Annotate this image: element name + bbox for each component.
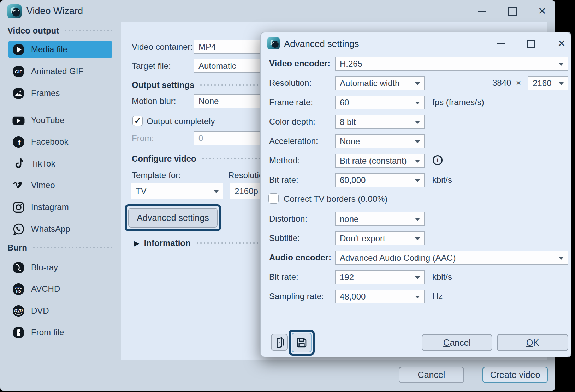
dialog-ok-button[interactable]: OK <box>497 334 568 351</box>
from-label: From: <box>132 133 154 143</box>
distortion-dropdown[interactable]: none <box>335 212 425 226</box>
sidebar-item-avchd[interactable]: AVC HD AVCHD <box>8 280 112 298</box>
dialog-minimize-button[interactable] <box>492 32 509 55</box>
resolution-width-value: 3840 <box>492 78 511 88</box>
video-container-dropdown[interactable]: MP4 <box>194 40 270 54</box>
close-icon: ✕ <box>538 6 546 16</box>
tiktok-icon <box>12 157 25 170</box>
sidebar-item-bluray[interactable]: Blu-ray <box>8 259 112 276</box>
resolution-height-dropdown[interactable]: 2160 <box>528 76 568 90</box>
sidebar-item-label: Blu-ray <box>31 263 58 272</box>
template-for-dropdown[interactable]: TV <box>131 183 223 199</box>
save-floppy-icon <box>296 337 308 349</box>
desktop: Video Wizard ✕ Video output Media file G… <box>0 0 575 392</box>
sidebar-item-label: Animated GIF <box>31 66 83 76</box>
chevron-down-icon <box>415 296 420 298</box>
sampling-rate-dropdown[interactable]: 48,000 <box>335 290 425 303</box>
sidebar-item-frames[interactable]: Frames <box>8 84 112 102</box>
correct-tv-borders-checkbox[interactable] <box>268 193 279 204</box>
close-button[interactable]: ✕ <box>534 0 551 22</box>
sidebar-item-label: Frames <box>31 88 60 98</box>
method-dropdown[interactable]: Bit rate (constant) <box>335 154 425 168</box>
minimize-icon <box>478 11 486 12</box>
sidebar-item-label: Facebook <box>31 137 68 147</box>
dotted-divider <box>201 158 269 160</box>
window-title: Video Wizard <box>26 6 83 17</box>
chevron-down-icon <box>214 190 219 193</box>
whatsapp-icon <box>12 223 25 236</box>
photo-circle-icon <box>12 87 25 100</box>
save-settings-button[interactable] <box>292 333 312 352</box>
sidebar-item-media-file[interactable]: Media file <box>8 41 112 58</box>
chevron-down-icon <box>415 82 420 85</box>
output-completely-checkbox[interactable]: ✓ <box>132 116 143 126</box>
resolution-mode-dropdown[interactable]: Automatic width <box>335 76 425 90</box>
chevron-down-icon <box>415 218 420 221</box>
subtitle-dropdown[interactable]: Don't export <box>335 231 425 245</box>
sidebar-item-dvd[interactable]: DVD DVD <box>8 302 112 320</box>
chevron-down-icon <box>415 160 420 163</box>
sidebar-item-instagram[interactable]: Instagram <box>8 198 112 216</box>
close-icon: ✕ <box>557 39 565 49</box>
color-depth-dropdown[interactable]: 8 bit <box>335 115 425 129</box>
cancel-button[interactable]: Cancel <box>399 367 464 383</box>
advanced-settings-button[interactable]: Advanced settings <box>128 208 218 228</box>
svg-text:GIF: GIF <box>15 69 23 74</box>
info-icon[interactable]: i <box>433 155 443 165</box>
dialog-close-button[interactable]: ✕ <box>553 32 570 55</box>
svg-text:f: f <box>18 138 21 147</box>
frame-rate-label: Frame rate: <box>269 97 313 107</box>
audio-bit-rate-dropdown[interactable]: 192 <box>335 270 425 284</box>
facebook-icon: f <box>12 135 25 149</box>
color-depth-label: Color depth: <box>269 117 315 127</box>
expander-arrow-icon: ▶ <box>134 239 139 247</box>
video-encoder-dropdown[interactable]: H.265 <box>335 57 568 71</box>
frame-rate-unit: fps (frames/s) <box>432 97 484 107</box>
target-file-input[interactable]: Automatic <box>194 59 270 73</box>
sidebar-item-whatsapp[interactable]: WhatsApp <box>8 220 112 238</box>
motion-blur-label: Motion blur: <box>132 96 176 106</box>
sidebar-item-label: WhatsApp <box>31 224 70 234</box>
sidebar-item-vimeo[interactable]: Vimeo <box>8 176 112 194</box>
sidebar-item-label: Vimeo <box>31 180 55 190</box>
minimize-button[interactable] <box>474 0 491 22</box>
audio-encoder-dropdown[interactable]: Advanced Audio Coding (AAC) <box>335 251 568 265</box>
save-settings-focus-ring <box>289 330 315 356</box>
sidebar-item-tiktok[interactable]: TikTok <box>8 155 112 173</box>
sidebar-item-from-file[interactable]: From file <box>8 324 112 341</box>
acceleration-label: Acceleration: <box>269 136 318 146</box>
multiply-sign: × <box>516 78 521 88</box>
sidebar-item-animated-gif[interactable]: GIF Animated GIF <box>8 62 112 80</box>
sidebar-item-youtube[interactable]: YouTube <box>8 111 112 129</box>
sidebar-item-label: YouTube <box>31 115 64 125</box>
create-video-button[interactable]: Create video <box>482 367 548 383</box>
advanced-settings-dialog: Advanced settings ✕ Video encoder: H.265… <box>260 32 571 357</box>
file-circle-icon <box>12 326 25 339</box>
svg-text:AVC: AVC <box>15 285 22 289</box>
gif-badge-icon: GIF <box>12 65 25 78</box>
dialog-maximize-button[interactable] <box>523 32 540 55</box>
acceleration-dropdown[interactable]: None <box>335 134 425 148</box>
information-expander[interactable]: ▶ Information <box>134 238 269 248</box>
motion-blur-dropdown[interactable]: None <box>194 94 270 108</box>
frame-rate-dropdown[interactable]: 60 <box>335 96 425 109</box>
load-settings-button[interactable] <box>271 334 288 351</box>
dialog-cancel-button[interactable]: Cancel <box>422 334 492 351</box>
chevron-down-icon <box>415 121 420 124</box>
app-logo-icon <box>7 4 22 18</box>
audio-bit-rate-label: Bit rate: <box>269 272 298 282</box>
svg-text:DVD: DVD <box>14 308 23 312</box>
from-input: 0 <box>194 131 270 145</box>
audio-bit-rate-unit: kbit/s <box>432 272 452 282</box>
dvd-badge-icon: DVD <box>12 304 25 318</box>
check-icon: ✓ <box>134 116 141 125</box>
resolution-label: Resolution: <box>269 78 312 88</box>
bit-rate-dropdown[interactable]: 60,000 <box>335 173 425 187</box>
maximize-button[interactable] <box>504 0 521 22</box>
sidebar-item-label: Instagram <box>31 202 69 212</box>
open-file-icon <box>274 337 285 348</box>
sidebar-item-label: TikTok <box>31 159 55 169</box>
bluray-disc-icon <box>12 261 25 274</box>
chevron-down-icon <box>415 140 420 143</box>
sidebar-item-facebook[interactable]: f Facebook <box>8 133 112 151</box>
